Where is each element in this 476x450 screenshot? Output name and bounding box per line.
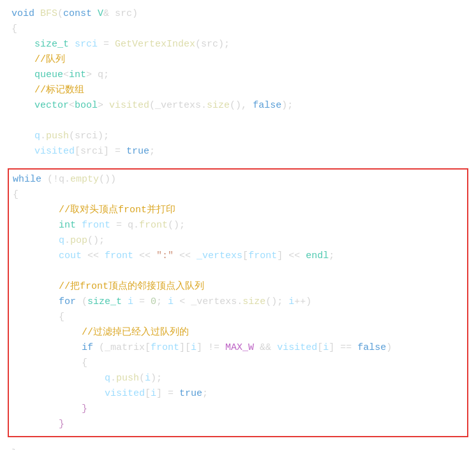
token-punct: ); (151, 371, 162, 386)
token-comment: //队列 (34, 52, 65, 68)
code-line: vector<bool> visited(_vertexs.size(), fa… (11, 98, 465, 113)
code-block-before: void BFS(const V& src) { size_t srci = G… (0, 0, 476, 166)
code-line: { (13, 356, 463, 371)
token-punct: > q; (86, 68, 109, 83)
token-punct: < (63, 68, 69, 83)
code-line: } (11, 446, 465, 450)
token-var: front (105, 249, 139, 264)
code-line: q.pop(); (13, 233, 463, 249)
token-punct: ] = (156, 386, 179, 402)
token-var: srci (75, 37, 103, 52)
token-keyword: if (82, 340, 99, 356)
token-punct: > (98, 98, 109, 113)
token-keyword: while (13, 172, 47, 187)
token-punct: [ (145, 386, 151, 402)
token-comment: //标记数组 (34, 83, 84, 98)
token-punct: ( (139, 371, 145, 386)
token-var: q (105, 371, 110, 386)
token-punct: ) (386, 340, 392, 356)
token-type: queue (34, 68, 63, 83)
token-keyword: const (63, 6, 98, 22)
token-var: visited (105, 386, 145, 402)
token-punct: < _vertexs. (179, 294, 242, 310)
token-punct: = (103, 37, 115, 52)
token-punct: ] != (197, 340, 225, 356)
token-func: push (46, 129, 69, 144)
token-var: front (248, 249, 277, 264)
token-punct: (_matrix[ (99, 340, 151, 356)
token-comment: //取对头顶点front并打印 (59, 203, 175, 218)
token-type: size_t (87, 294, 128, 310)
token-var: i (151, 386, 156, 402)
token-var: front (151, 340, 179, 356)
token-macro: MAX_W (225, 340, 260, 356)
token-var: front (82, 218, 116, 233)
token-var: q (34, 129, 40, 144)
code-line: cout << front << ":" << _vertexs[front] … (13, 249, 463, 264)
token-func: front (139, 218, 168, 233)
token-var: i (145, 371, 151, 386)
token-func: size (242, 294, 265, 310)
token-func: visited (109, 98, 149, 113)
code-line: //队列 (11, 52, 465, 68)
code-line: visited[i] = true; (13, 386, 463, 402)
token-type: int (69, 68, 86, 83)
token-func: GetVertexIndex (115, 37, 195, 52)
token-keyword: for (59, 294, 82, 310)
code-line: q.push(i); (13, 371, 463, 386)
token-punct: { (11, 22, 17, 37)
token-punct: = q. (116, 218, 139, 233)
token-punct: ++) (294, 294, 311, 310)
code-line: } (13, 402, 463, 417)
token-bool: false (357, 340, 386, 356)
token-punct: (); (265, 294, 288, 310)
token-var: i (288, 294, 294, 310)
token-var: cout (59, 249, 87, 264)
code-line: //过滤掉已经入过队列的 (13, 325, 463, 340)
token-func: empty (70, 172, 99, 187)
token-punct: (), (230, 98, 253, 113)
token-punct: (_vertexs. (149, 98, 207, 113)
token-var: q (59, 233, 64, 249)
token-punct: . (110, 371, 116, 386)
token-special: } (59, 417, 64, 432)
token-punct: ; (156, 294, 168, 310)
token-var: visited (277, 340, 317, 356)
token-punct: << (174, 249, 197, 264)
token-comment: //过滤掉已经入过队列的 (82, 325, 189, 340)
code-line: for (size_t i = 0; i < _vertexs.size(); … (13, 294, 463, 310)
code-block-after: } (0, 440, 476, 450)
token-punct: ( (57, 6, 63, 22)
token-punct: << (87, 249, 105, 264)
code-line: if (_matrix[front][i] != MAX_W && visite… (13, 340, 463, 356)
token-func: BFS (40, 6, 57, 22)
token-type: int (59, 218, 82, 233)
token-func: push (116, 371, 139, 386)
token-type: bool (75, 98, 98, 113)
code-line (13, 264, 463, 279)
token-comment: //把front顶点的邻接顶点入队列 (59, 279, 204, 294)
token-type: size_t (34, 37, 75, 52)
token-keyword: void (11, 6, 40, 22)
token-punct: . (40, 129, 46, 144)
token-punct: ( (82, 294, 87, 310)
token-punct: ); (281, 98, 293, 113)
code-line: //取对头顶点front并打印 (13, 203, 463, 218)
token-var: i (191, 340, 197, 356)
code-line: int front = q.front(); (13, 218, 463, 233)
token-type: vector (34, 98, 69, 113)
code-container: void BFS(const V& src) { size_t srci = G… (0, 0, 476, 450)
token-punct: ] << (277, 249, 306, 264)
token-string: ":" (156, 249, 174, 264)
token-punct: < (69, 98, 75, 113)
token-punct: (src); (195, 37, 230, 52)
token-punct: [ (242, 249, 248, 264)
token-var: visited (34, 144, 75, 159)
code-line: //标记数组 (11, 83, 465, 98)
token-var: _vertexs (197, 249, 242, 264)
token-number: 0 (151, 294, 156, 310)
code-line: { (13, 310, 463, 325)
token-var: i (168, 294, 179, 310)
token-punct: { (82, 356, 87, 371)
token-punct: = (139, 294, 151, 310)
